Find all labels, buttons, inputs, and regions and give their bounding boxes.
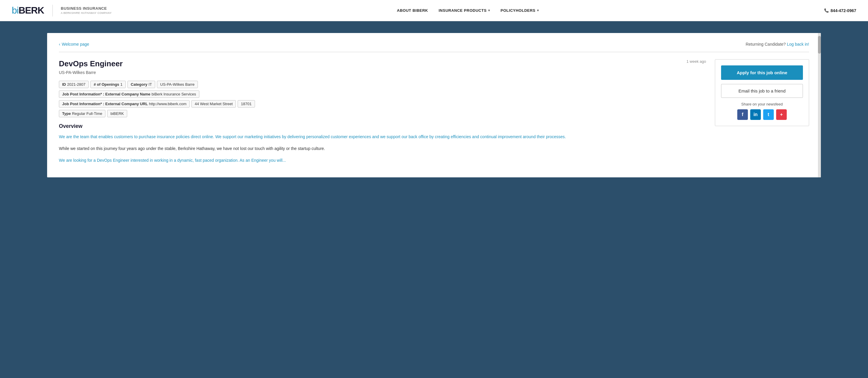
insurance-products-dropdown-icon: ▾ xyxy=(488,8,490,12)
phone-number: 844-472-0967 xyxy=(831,8,856,13)
policyholders-dropdown-icon: ▾ xyxy=(537,8,539,12)
job-main: DevOps Engineer 1 week ago US-PA-Wilkes … xyxy=(59,59,706,169)
tags-row-2: Job Post Information* : External Company… xyxy=(59,90,706,98)
logo[interactable]: biBERK xyxy=(12,5,44,16)
log-back-in-link[interactable]: Log back in! xyxy=(787,42,809,47)
scrollbar[interactable] xyxy=(818,33,821,177)
nav-insurance-products[interactable]: INSURANCE PRODUCTS ▾ xyxy=(439,8,490,13)
main-background: ‹ Welcome page Returning Candidate? Log … xyxy=(0,21,868,378)
job-time-ago: 1 week ago xyxy=(687,59,706,64)
scrollbar-thumb[interactable] xyxy=(818,36,821,54)
share-label: Share on your newsfeed xyxy=(721,102,803,106)
job-title-row: DevOps Engineer 1 week ago xyxy=(59,59,706,68)
card-header-row: ‹ Welcome page Returning Candidate? Log … xyxy=(59,42,809,47)
email-job-button[interactable]: Email this job to a friend xyxy=(721,84,803,98)
nav-about[interactable]: ABOUT BiBERK xyxy=(397,8,428,13)
back-chevron-icon: ‹ xyxy=(59,42,60,47)
tag-id: ID 2021-2807 xyxy=(59,81,89,88)
back-link-label: Welcome page xyxy=(62,42,89,47)
phone-icon: 📞 xyxy=(824,8,829,13)
tag-openings: # of Openings 1 xyxy=(90,81,126,88)
phone-area[interactable]: 📞 844-472-0967 xyxy=(824,8,856,13)
job-location: US-PA-Wilkes Barre xyxy=(59,70,706,75)
tag-type: Type Regular Full-Time xyxy=(59,110,105,117)
logo-berkshire: A BERKSHIRE HATHAWAY COMPANY xyxy=(61,11,112,15)
job-card: ‹ Welcome page Returning Candidate? Log … xyxy=(47,33,821,177)
tags-row-1: ID 2021-2807 # of Openings 1 Category IT… xyxy=(59,81,706,88)
tag-external-company-url: Job Post Information* : External Company… xyxy=(59,100,190,108)
tag-location-code: US-PA-Wilkes Barre xyxy=(157,81,198,88)
overview-paragraph-1: We are the team that enables customers t… xyxy=(59,134,706,141)
logo-bi: bi xyxy=(12,5,19,16)
social-icons: f in t + xyxy=(721,109,803,120)
sidebar-card: Apply for this job online Email this job… xyxy=(715,59,809,126)
card-divider xyxy=(59,52,809,52)
apply-button[interactable]: Apply for this job online xyxy=(721,65,803,80)
back-link[interactable]: ‹ Welcome page xyxy=(59,42,89,47)
tag-category: Category IT xyxy=(127,81,155,88)
tag-external-company-name: Job Post Information* : External Company… xyxy=(59,90,199,98)
overview-paragraph-3: We are looking for a DevOps Engineer int… xyxy=(59,157,706,164)
nav-policyholders[interactable]: POLICYHOLDERS ▾ xyxy=(500,8,539,13)
returning-candidate-text: Returning Candidate? xyxy=(745,42,785,47)
logo-business-insurance: BUSINESS INSURANCE xyxy=(61,6,112,11)
job-layout: DevOps Engineer 1 week ago US-PA-Wilkes … xyxy=(59,59,809,169)
overview-heading: Overview xyxy=(59,123,706,129)
share-section: Share on your newsfeed f in t + xyxy=(721,102,803,120)
tags-row-4: Type Regular Full-Time biBERK xyxy=(59,110,706,117)
tags-row-3: Job Post Information* : External Company… xyxy=(59,100,706,108)
returning-candidate: Returning Candidate? Log back in! xyxy=(745,42,809,47)
twitter-icon[interactable]: t xyxy=(763,109,774,120)
tag-company: biBERK xyxy=(107,110,127,117)
share-more-icon[interactable]: + xyxy=(776,109,787,120)
site-header: biBERK BUSINESS INSURANCE A BERKSHIRE HA… xyxy=(0,0,868,21)
job-sidebar: Apply for this job online Email this job… xyxy=(715,59,809,169)
main-nav: ABOUT BiBERK INSURANCE PRODUCTS ▾ POLICY… xyxy=(112,8,824,13)
facebook-icon[interactable]: f xyxy=(737,109,748,120)
linkedin-icon[interactable]: in xyxy=(750,109,761,120)
overview-paragraph-2: While we started on this journey four ye… xyxy=(59,145,706,152)
logo-berk: BERK xyxy=(19,5,44,16)
tag-zip: 18701 xyxy=(238,100,255,108)
tag-address: 44 West Market Street xyxy=(191,100,236,108)
job-title: DevOps Engineer xyxy=(59,59,123,68)
logo-subtitle: BUSINESS INSURANCE A BERKSHIRE HATHAWAY … xyxy=(61,6,112,15)
logo-area: biBERK BUSINESS INSURANCE A BERKSHIRE HA… xyxy=(12,5,112,17)
